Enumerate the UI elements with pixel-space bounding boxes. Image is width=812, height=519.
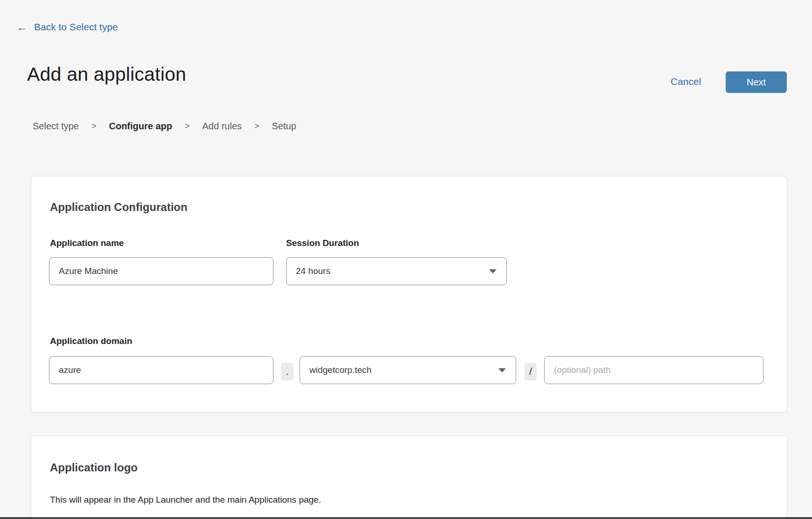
- breadcrumb-separator: >: [185, 121, 190, 131]
- breadcrumb: Select type > Configure app > Add rules …: [33, 121, 296, 132]
- application-name-label: Application name: [50, 238, 124, 248]
- breadcrumb-step-configure-app[interactable]: Configure app: [109, 121, 172, 132]
- screen-bottom-edge: [0, 517, 812, 519]
- back-arrow-icon: ←: [16, 21, 28, 33]
- domain-dot-separator: .: [281, 363, 294, 380]
- breadcrumb-step-add-rules[interactable]: Add rules: [203, 121, 242, 132]
- application-name-input[interactable]: [49, 257, 273, 285]
- back-link-label: Back to Select type: [34, 21, 118, 33]
- application-domain-label: Application domain: [50, 336, 132, 346]
- session-duration-label: Session Duration: [286, 238, 359, 248]
- domain-value: widgetcorp.tech: [309, 365, 371, 375]
- session-duration-value: 24 hours: [296, 266, 330, 276]
- logo-card-title: Application logo: [50, 461, 138, 474]
- path-slash-separator: /: [525, 363, 537, 380]
- breadcrumb-step-select-type[interactable]: Select type: [33, 121, 79, 132]
- domain-select[interactable]: widgetcorp.tech: [300, 356, 516, 384]
- chevron-down-icon: [498, 368, 506, 372]
- configuration-card-title: Application Configuration: [50, 201, 188, 214]
- application-configuration-card: Application Configuration Application na…: [31, 176, 787, 413]
- cancel-button[interactable]: Cancel: [671, 76, 701, 87]
- page-title: Add an application: [27, 63, 186, 85]
- application-logo-card: Application logo This will appear in the…: [31, 435, 787, 519]
- breadcrumb-separator: >: [91, 121, 97, 131]
- chevron-down-icon: [489, 269, 497, 274]
- session-duration-select[interactable]: 24 hours: [286, 257, 507, 285]
- page: ← Back to Select type Add an application…: [0, 0, 812, 519]
- next-button[interactable]: Next: [726, 71, 787, 93]
- breadcrumb-step-setup[interactable]: Setup: [272, 121, 296, 132]
- subdomain-input[interactable]: [49, 356, 273, 384]
- breadcrumb-separator: >: [254, 121, 259, 131]
- back-link[interactable]: ← Back to Select type: [16, 21, 118, 33]
- path-input[interactable]: [544, 356, 763, 384]
- logo-card-description: This will appear in the App Launcher and…: [50, 495, 321, 505]
